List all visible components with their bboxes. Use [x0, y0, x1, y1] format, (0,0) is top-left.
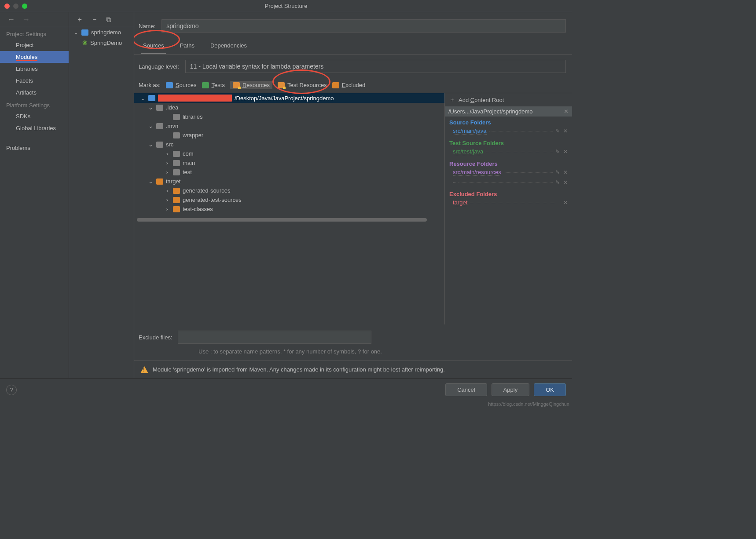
folder-icon [173, 169, 180, 175]
entry-excluded-path[interactable]: target✕ [445, 198, 572, 209]
mark-resources[interactable]: ResourcesResources [230, 81, 272, 89]
delete-icon[interactable]: ✕ [563, 169, 568, 175]
add-content-root[interactable]: ＋Add Content RootAdd Content Root [445, 93, 572, 106]
tab-paths[interactable]: Paths [178, 42, 196, 54]
edit-icon[interactable]: ✎ [555, 179, 560, 186]
language-level-label: Language level: [139, 63, 179, 70]
remove-content-root-icon[interactable]: ✕ [564, 108, 569, 115]
sources-folder-icon [166, 82, 173, 88]
mark-test-resources[interactable]: Test Resources [278, 82, 327, 88]
dir-com[interactable]: ›com [134, 149, 444, 158]
mark-as-label: Mark as: [139, 82, 161, 88]
dir-main[interactable]: ›main [134, 158, 444, 168]
delete-icon[interactable]: ✕ [563, 179, 568, 186]
tab-dependencies[interactable]: Dependencies [209, 42, 249, 54]
nav-problems[interactable]: Problems [0, 142, 69, 154]
dir-test-classes[interactable]: ›test-classes [134, 204, 444, 214]
nav-artifacts[interactable]: Artifacts [0, 87, 69, 98]
nav-facets[interactable]: Facets [0, 75, 69, 87]
dir-src[interactable]: ⌄src [134, 140, 444, 149]
horizontal-scrollbar[interactable] [137, 218, 427, 222]
language-level-select[interactable]: 11 - Local variable syntax for lambda pa… [185, 60, 566, 73]
redacted-path [158, 95, 232, 102]
dir-generated-test-sources[interactable]: ›generated-test-sources [134, 195, 444, 204]
remove-module-icon[interactable]: － [91, 15, 98, 24]
entry-test-source-path[interactable]: src/test/java✎✕ [445, 147, 572, 158]
entry-resource-path[interactable]: src/main/resources✎✕ [445, 168, 572, 178]
edit-icon[interactable]: ✎ [555, 149, 560, 155]
window-maximize-icon[interactable] [22, 4, 27, 9]
exclude-files-label: Exclude files: [139, 334, 172, 341]
directory-tree[interactable]: ⌄ /Desktop/Java/JavaProject/springdemo ⌄… [134, 93, 444, 324]
dir-wrapper[interactable]: wrapper [134, 131, 444, 140]
nav-libraries[interactable]: Libraries [0, 63, 69, 75]
copy-module-icon[interactable]: ⧉ [106, 16, 111, 24]
section-platform-settings: Platform Settings [0, 98, 69, 110]
module-tree-root[interactable]: ⌄ springdemo [69, 27, 134, 37]
folder-icon [173, 132, 180, 138]
folder-icon [173, 160, 180, 166]
module-folder-icon [81, 29, 88, 36]
dir-generated-sources[interactable]: ›generated-sources [134, 186, 444, 195]
exclude-files-hint: Use ; to separate name patterns, * for a… [134, 346, 460, 361]
section-project-settings: Project Settings [0, 27, 69, 39]
module-name-input[interactable] [161, 19, 566, 33]
folder-icon [173, 197, 180, 203]
entry-resource-extra[interactable]: ✎✕ [445, 178, 572, 188]
window-minimize-icon[interactable] [13, 4, 18, 9]
dir-target[interactable]: ⌄target [134, 177, 444, 186]
window-close-icon[interactable] [4, 4, 10, 9]
maven-warning-text: Module 'springdemo' is imported from Mav… [153, 365, 445, 374]
content-root-header[interactable]: /Users.../JavaProject/springdemo ✕ [445, 106, 572, 117]
dir-root[interactable]: ⌄ /Desktop/Java/JavaProject/springdemo [134, 93, 444, 103]
plus-icon: ＋ [449, 96, 455, 104]
mark-sources[interactable]: SSourcesources [166, 82, 197, 88]
exclude-files-input[interactable] [178, 331, 371, 344]
module-tree-child[interactable]: ❀ SpringDemo [69, 37, 134, 48]
window-title: Project Structure [265, 3, 308, 9]
spring-icon: ❀ [82, 39, 88, 46]
left-sidebar: ← → Project Settings Project Modules Lib… [0, 12, 69, 378]
dir-idea[interactable]: ⌄.idea [134, 103, 444, 112]
nav-sdks[interactable]: SDKs [0, 110, 69, 122]
edit-icon[interactable]: ✎ [555, 169, 560, 175]
warning-icon [140, 366, 148, 373]
apply-button[interactable]: Apply [492, 383, 530, 396]
cat-source-folders: Source Folders [445, 117, 572, 127]
cat-excluded-folders: Excluded Folders [445, 188, 572, 198]
nav-project[interactable]: Project [0, 39, 69, 51]
name-label: Name: [139, 23, 155, 29]
edit-icon[interactable]: ✎ [555, 128, 560, 134]
mark-tests[interactable]: TestsTests [202, 82, 225, 88]
module-tree-panel: ＋ － ⧉ ⌄ springdemo ❀ SpringDemo [69, 12, 134, 378]
cat-test-source-folders: Test Source Folders [445, 137, 572, 147]
tests-folder-icon [202, 82, 209, 88]
ok-button[interactable]: OK [534, 383, 566, 396]
delete-icon[interactable]: ✕ [563, 200, 568, 206]
folder-icon [156, 123, 163, 129]
cat-resource-folders: Resource Folders [445, 158, 572, 168]
tab-sources[interactable]: Sources [141, 42, 166, 54]
entry-source-path[interactable]: src/main/java✎✕ [445, 127, 572, 137]
dir-libraries[interactable]: libraries [134, 112, 444, 121]
delete-icon[interactable]: ✕ [563, 128, 568, 134]
folder-icon [173, 151, 180, 157]
content-roots-panel: ＋Add Content RootAdd Content Root /Users… [444, 93, 572, 324]
nav-back-icon[interactable]: ← [7, 15, 15, 24]
delete-icon[interactable]: ✕ [563, 149, 568, 155]
nav-modules[interactable]: Modules [0, 51, 69, 63]
mark-excluded[interactable]: ExcludedExcluded [332, 82, 365, 88]
add-module-icon[interactable]: ＋ [76, 15, 83, 24]
nav-forward-icon[interactable]: → [22, 15, 30, 24]
resources-folder-icon [233, 82, 240, 88]
cancel-button[interactable]: Cancel [445, 383, 487, 396]
folder-icon [148, 95, 155, 101]
watermark: https://blog.csdn.net/MinggeQingchun [488, 401, 569, 407]
folder-icon [173, 114, 180, 120]
excluded-folder-icon [332, 82, 339, 88]
folder-icon [173, 188, 180, 194]
dir-test[interactable]: ›test [134, 168, 444, 177]
help-button[interactable]: ? [6, 385, 17, 395]
dir-mvn[interactable]: ⌄.mvn [134, 121, 444, 131]
nav-global-libraries[interactable]: Global Libraries [0, 122, 69, 134]
